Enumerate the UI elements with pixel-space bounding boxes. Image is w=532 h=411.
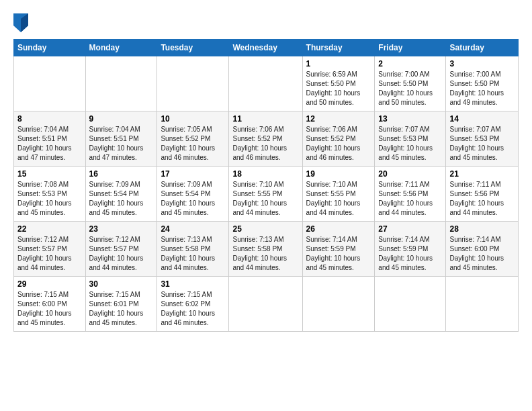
calendar-week-row: 1 Sunrise: 6:59 AM Sunset: 5:50 PM Dayli… xyxy=(14,56,519,111)
day-number: 15 xyxy=(17,169,82,179)
day-number: 20 xyxy=(378,169,442,179)
calendar-cell xyxy=(85,56,157,111)
day-info: Sunrise: 7:15 AM Sunset: 6:02 PM Dayligh… xyxy=(161,290,225,328)
day-info: Sunrise: 7:05 AM Sunset: 5:52 PM Dayligh… xyxy=(161,125,225,163)
calendar-cell: 23 Sunrise: 7:12 AM Sunset: 5:57 PM Dayl… xyxy=(85,222,157,277)
day-number: 2 xyxy=(378,59,442,68)
calendar-cell: 8 Sunrise: 7:04 AM Sunset: 5:51 PM Dayli… xyxy=(14,111,86,167)
day-info: Sunrise: 7:11 AM Sunset: 5:56 PM Dayligh… xyxy=(378,180,442,218)
calendar-week-row: 15 Sunrise: 7:08 AM Sunset: 5:53 PM Dayl… xyxy=(14,167,519,222)
calendar-cell: 22 Sunrise: 7:12 AM Sunset: 5:57 PM Dayl… xyxy=(14,222,86,277)
calendar-cell: 18 Sunrise: 7:10 AM Sunset: 5:55 PM Dayl… xyxy=(229,167,302,222)
calendar-cell xyxy=(446,277,519,332)
calendar-cell: 27 Sunrise: 7:14 AM Sunset: 5:59 PM Dayl… xyxy=(375,222,446,277)
day-number: 19 xyxy=(306,169,371,179)
calendar-header-row: SundayMondayTuesdayWednesdayThursdayFrid… xyxy=(14,40,519,56)
calendar-cell: 15 Sunrise: 7:08 AM Sunset: 5:53 PM Dayl… xyxy=(14,167,86,222)
day-info: Sunrise: 7:13 AM Sunset: 5:58 PM Dayligh… xyxy=(161,235,225,273)
day-info: Sunrise: 7:09 AM Sunset: 5:54 PM Dayligh… xyxy=(89,180,154,218)
day-info: Sunrise: 7:15 AM Sunset: 6:00 PM Dayligh… xyxy=(17,290,82,328)
calendar-cell: 16 Sunrise: 7:09 AM Sunset: 5:54 PM Dayl… xyxy=(85,167,157,222)
day-info: Sunrise: 7:13 AM Sunset: 5:58 PM Dayligh… xyxy=(232,235,298,273)
day-number: 10 xyxy=(161,114,225,124)
day-info: Sunrise: 7:14 AM Sunset: 5:59 PM Dayligh… xyxy=(378,235,442,273)
day-number: 8 xyxy=(17,114,82,124)
day-info: Sunrise: 7:09 AM Sunset: 5:54 PM Dayligh… xyxy=(161,180,225,218)
day-number: 27 xyxy=(378,224,442,234)
day-number: 11 xyxy=(232,114,298,124)
calendar-cell: 26 Sunrise: 7:14 AM Sunset: 5:59 PM Dayl… xyxy=(302,222,375,277)
calendar-header-wednesday: Wednesday xyxy=(229,40,302,56)
calendar-cell: 9 Sunrise: 7:04 AM Sunset: 5:51 PM Dayli… xyxy=(85,111,157,167)
day-number: 24 xyxy=(161,224,225,234)
day-number: 29 xyxy=(17,279,82,289)
calendar-header-tuesday: Tuesday xyxy=(157,40,229,56)
page: SundayMondayTuesdayWednesdayThursdayFrid… xyxy=(0,0,532,411)
calendar-week-row: 22 Sunrise: 7:12 AM Sunset: 5:57 PM Dayl… xyxy=(14,222,519,277)
day-number: 3 xyxy=(449,59,515,68)
day-info: Sunrise: 7:06 AM Sunset: 5:52 PM Dayligh… xyxy=(232,125,298,163)
calendar-header-thursday: Thursday xyxy=(302,40,375,56)
calendar-cell: 1 Sunrise: 6:59 AM Sunset: 5:50 PM Dayli… xyxy=(302,56,375,111)
day-number: 21 xyxy=(449,169,515,179)
day-info: Sunrise: 7:10 AM Sunset: 5:55 PM Dayligh… xyxy=(232,180,298,218)
calendar-table: SundayMondayTuesdayWednesdayThursdayFrid… xyxy=(13,39,519,332)
day-number: 12 xyxy=(306,114,371,124)
day-info: Sunrise: 7:10 AM Sunset: 5:55 PM Dayligh… xyxy=(306,180,371,218)
header xyxy=(13,12,519,32)
calendar-cell: 3 Sunrise: 7:00 AM Sunset: 5:50 PM Dayli… xyxy=(446,56,519,111)
calendar-cell: 2 Sunrise: 7:00 AM Sunset: 5:50 PM Dayli… xyxy=(375,56,446,111)
calendar-cell xyxy=(229,56,302,111)
calendar-cell xyxy=(302,277,375,332)
calendar-header-sunday: Sunday xyxy=(14,40,86,56)
day-info: Sunrise: 7:08 AM Sunset: 5:53 PM Dayligh… xyxy=(17,180,82,218)
day-info: Sunrise: 7:11 AM Sunset: 5:56 PM Dayligh… xyxy=(449,180,515,218)
day-number: 30 xyxy=(89,279,154,289)
day-info: Sunrise: 7:07 AM Sunset: 5:53 PM Dayligh… xyxy=(449,125,515,163)
day-number: 23 xyxy=(89,224,154,234)
calendar-cell: 21 Sunrise: 7:11 AM Sunset: 5:56 PM Dayl… xyxy=(446,167,519,222)
calendar-header-monday: Monday xyxy=(85,40,157,56)
day-info: Sunrise: 6:59 AM Sunset: 5:50 PM Dayligh… xyxy=(306,70,371,107)
day-number: 14 xyxy=(449,114,515,124)
day-number: 9 xyxy=(89,114,154,124)
day-info: Sunrise: 7:12 AM Sunset: 5:57 PM Dayligh… xyxy=(89,235,154,273)
calendar-cell: 19 Sunrise: 7:10 AM Sunset: 5:55 PM Dayl… xyxy=(302,167,375,222)
calendar-cell: 11 Sunrise: 7:06 AM Sunset: 5:52 PM Dayl… xyxy=(229,111,302,167)
day-number: 16 xyxy=(89,169,154,179)
calendar-week-row: 29 Sunrise: 7:15 AM Sunset: 6:00 PM Dayl… xyxy=(14,277,519,332)
calendar-cell: 30 Sunrise: 7:15 AM Sunset: 6:01 PM Dayl… xyxy=(85,277,157,332)
calendar-cell: 14 Sunrise: 7:07 AM Sunset: 5:53 PM Dayl… xyxy=(446,111,519,167)
calendar-cell: 25 Sunrise: 7:13 AM Sunset: 5:58 PM Dayl… xyxy=(229,222,302,277)
day-info: Sunrise: 7:00 AM Sunset: 5:50 PM Dayligh… xyxy=(449,70,515,107)
day-info: Sunrise: 7:04 AM Sunset: 5:51 PM Dayligh… xyxy=(89,125,154,163)
calendar-cell xyxy=(375,277,446,332)
day-number: 1 xyxy=(306,59,371,68)
logo-icon xyxy=(13,13,28,32)
calendar-cell: 31 Sunrise: 7:15 AM Sunset: 6:02 PM Dayl… xyxy=(157,277,229,332)
day-info: Sunrise: 7:15 AM Sunset: 6:01 PM Dayligh… xyxy=(89,290,154,328)
calendar-cell: 17 Sunrise: 7:09 AM Sunset: 5:54 PM Dayl… xyxy=(157,167,229,222)
day-info: Sunrise: 7:12 AM Sunset: 5:57 PM Dayligh… xyxy=(17,235,82,273)
day-number: 13 xyxy=(378,114,442,124)
day-info: Sunrise: 7:14 AM Sunset: 6:00 PM Dayligh… xyxy=(449,235,515,273)
calendar-cell: 28 Sunrise: 7:14 AM Sunset: 6:00 PM Dayl… xyxy=(446,222,519,277)
calendar-cell: 13 Sunrise: 7:07 AM Sunset: 5:53 PM Dayl… xyxy=(375,111,446,167)
day-number: 26 xyxy=(306,224,371,234)
day-info: Sunrise: 7:00 AM Sunset: 5:50 PM Dayligh… xyxy=(378,70,442,107)
calendar-header-saturday: Saturday xyxy=(446,40,519,56)
day-number: 17 xyxy=(161,169,225,179)
day-info: Sunrise: 7:07 AM Sunset: 5:53 PM Dayligh… xyxy=(378,125,442,163)
day-info: Sunrise: 7:06 AM Sunset: 5:52 PM Dayligh… xyxy=(306,125,371,163)
calendar-cell: 12 Sunrise: 7:06 AM Sunset: 5:52 PM Dayl… xyxy=(302,111,375,167)
calendar-cell xyxy=(229,277,302,332)
day-number: 28 xyxy=(449,224,515,234)
day-number: 31 xyxy=(161,279,225,289)
calendar-week-row: 8 Sunrise: 7:04 AM Sunset: 5:51 PM Dayli… xyxy=(14,111,519,167)
calendar-cell: 29 Sunrise: 7:15 AM Sunset: 6:00 PM Dayl… xyxy=(14,277,86,332)
day-number: 25 xyxy=(232,224,298,234)
calendar-header-friday: Friday xyxy=(375,40,446,56)
day-number: 18 xyxy=(232,169,298,179)
day-info: Sunrise: 7:14 AM Sunset: 5:59 PM Dayligh… xyxy=(306,235,371,273)
logo xyxy=(13,12,31,32)
